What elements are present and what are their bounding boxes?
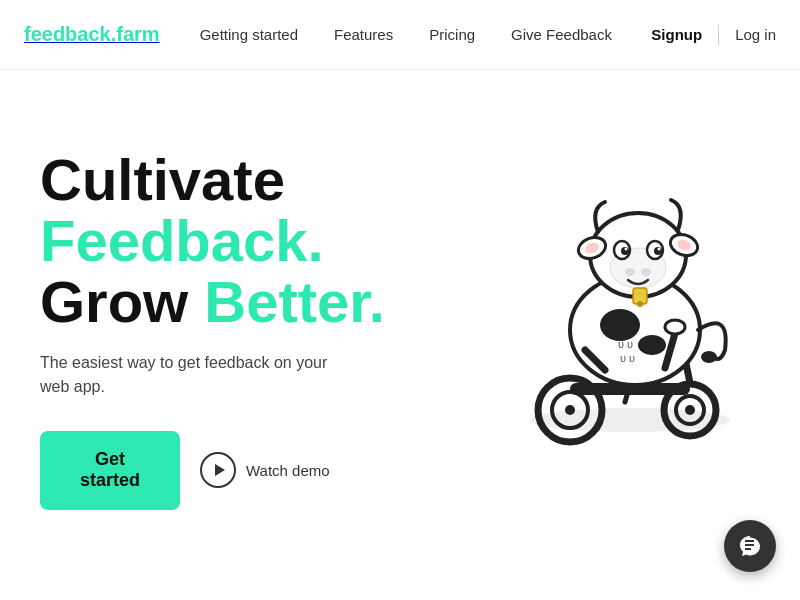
nav-getting-started[interactable]: Getting started — [200, 26, 298, 43]
login-button[interactable]: Log in — [735, 26, 776, 43]
header: feedback.farm Getting started Features P… — [0, 0, 800, 70]
chat-icon — [738, 534, 762, 558]
headline-grow: Grow — [40, 269, 204, 334]
svg-point-19 — [641, 268, 651, 276]
nav-features[interactable]: Features — [334, 26, 393, 43]
headline-line1: Cultivate — [40, 150, 440, 211]
svg-point-24 — [625, 248, 628, 251]
watch-demo-button[interactable]: Watch demo — [200, 452, 330, 488]
main-content: Cultivate Feedback. Grow Better. The eas… — [0, 70, 800, 600]
header-right: Signup Log in — [651, 25, 776, 45]
cow-svg: υ υ υ υ — [490, 90, 770, 450]
hero-illustration: υ υ υ υ — [490, 90, 770, 450]
nav-pricing[interactable]: Pricing — [429, 26, 475, 43]
svg-point-33 — [637, 301, 643, 307]
nav-divider — [718, 25, 719, 45]
headline-line2: Feedback. — [40, 211, 440, 272]
headline: Cultivate Feedback. Grow Better. — [40, 150, 440, 333]
logo-black: feedback. — [24, 23, 116, 45]
chat-button[interactable] — [724, 520, 776, 572]
play-icon — [200, 452, 236, 488]
svg-point-6 — [685, 405, 695, 415]
svg-point-12 — [600, 309, 640, 341]
svg-point-28 — [665, 320, 685, 334]
svg-point-25 — [658, 248, 661, 251]
svg-point-18 — [625, 268, 635, 276]
svg-point-29 — [701, 351, 717, 363]
cta-row: Get started Watch demo — [40, 431, 440, 510]
headline-better: Better. — [204, 269, 385, 334]
svg-point-13 — [638, 335, 666, 355]
signup-button[interactable]: Signup — [651, 26, 702, 43]
nav-give-feedback[interactable]: Give Feedback — [511, 26, 612, 43]
hero-text: Cultivate Feedback. Grow Better. The eas… — [40, 130, 440, 510]
hero-subtext: The easiest way to get feedback on your … — [40, 351, 360, 399]
svg-point-3 — [565, 405, 575, 415]
get-started-button[interactable]: Get started — [40, 431, 180, 510]
headline-line3: Grow Better. — [40, 272, 440, 333]
svg-text:υ υ: υ υ — [620, 352, 635, 364]
logo[interactable]: feedback.farm — [24, 23, 200, 46]
watch-demo-label: Watch demo — [246, 461, 330, 481]
logo-green: farm — [116, 23, 159, 45]
main-nav: Getting started Features Pricing Give Fe… — [200, 26, 652, 43]
svg-text:υ υ: υ υ — [618, 338, 633, 350]
